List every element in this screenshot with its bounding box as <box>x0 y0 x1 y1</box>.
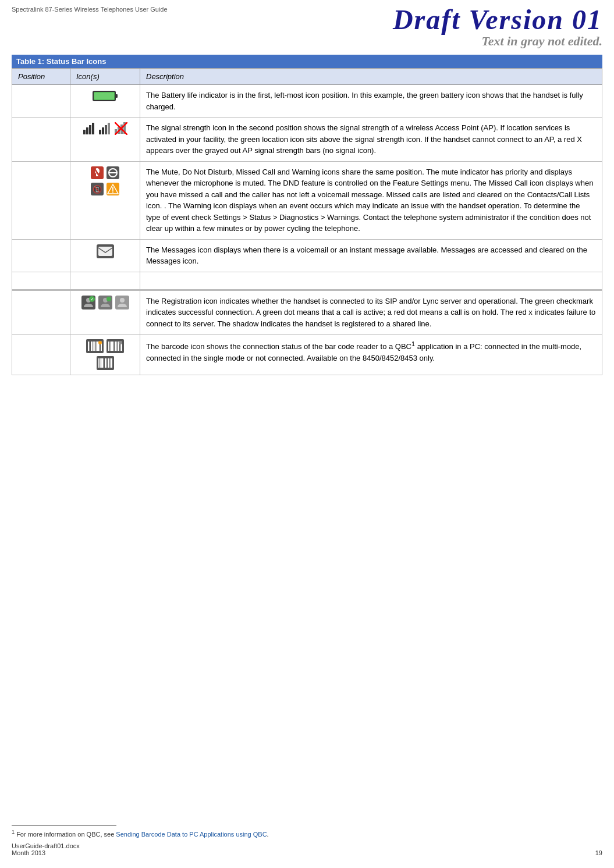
row-icon-message <box>70 239 140 272</box>
table-row: The barcode icon shows the connection st… <box>12 335 602 375</box>
svg-rect-68 <box>107 358 107 368</box>
row-position <box>12 239 70 272</box>
footnote: 1 For more information on QBC, see Sendi… <box>12 829 602 838</box>
page-header: Spectralink 87-Series Wireless Telephone… <box>0 0 614 52</box>
svg-rect-41 <box>88 341 89 351</box>
svg-rect-5 <box>89 125 91 134</box>
table-header-row: Position Icon(s) Description <box>12 69 602 85</box>
svg-rect-54 <box>111 341 113 351</box>
footnote-link[interactable]: Sending Barcode Data to PC Applications … <box>116 831 267 838</box>
svg-rect-42 <box>90 341 90 351</box>
svg-rect-7 <box>99 130 101 134</box>
svg-rect-70 <box>110 358 111 368</box>
svg-rect-30 <box>98 247 112 256</box>
row-position <box>12 290 70 335</box>
svg-point-61 <box>119 341 122 344</box>
row-position <box>12 161 70 239</box>
draft-watermark: Draft Version 01 Text in gray not edited… <box>168 6 602 49</box>
footer-left: UserGuide-draft01.docx Month 2013 <box>12 842 80 856</box>
row-icon-signal <box>70 118 140 162</box>
row-position <box>12 335 70 375</box>
svg-rect-53 <box>110 341 111 351</box>
footer-filename: UserGuide-draft01.docx <box>12 842 80 849</box>
svg-rect-8 <box>102 127 104 134</box>
table-row-empty <box>12 272 602 289</box>
row-desc-message: The Messages icon displays when there is… <box>140 239 602 272</box>
table-row: The Battery life indicator is in the fir… <box>12 85 602 118</box>
doc-title: Spectralink 87-Series Wireless Telephone… <box>12 6 168 13</box>
svg-rect-10 <box>108 123 110 134</box>
table-row: The Messages icon displays when there is… <box>12 239 602 272</box>
row-icon-barcode <box>70 335 140 375</box>
svg-rect-65 <box>101 358 103 368</box>
row-desc-battery: The Battery life indicator is in the fir… <box>140 85 602 118</box>
svg-rect-2 <box>94 93 114 99</box>
svg-rect-45 <box>94 341 95 351</box>
footer-bottom: UserGuide-draft01.docx Month 2013 19 <box>12 842 602 856</box>
draft-subtitle: Text in gray not edited. <box>179 34 602 49</box>
status-table: Position Icon(s) Description The Battery… <box>12 68 602 375</box>
svg-text:✓: ✓ <box>90 297 94 301</box>
row-position <box>12 85 70 118</box>
row-icon-mute: 📵 ! <box>70 161 140 239</box>
svg-rect-52 <box>108 341 109 351</box>
row-desc-registration: The Registration icon indicates whether … <box>140 290 602 335</box>
row-desc-mute: The Mute, Do Not Disturb, Missed Call an… <box>140 161 602 239</box>
svg-rect-3 <box>83 130 86 134</box>
footer-date: Month 2013 <box>12 849 80 856</box>
svg-point-37 <box>107 297 111 301</box>
row-position <box>12 118 70 162</box>
row-icon-battery <box>70 85 140 118</box>
svg-rect-1 <box>115 94 118 98</box>
svg-text:📵: 📵 <box>93 184 102 194</box>
svg-rect-71 <box>111 358 112 368</box>
svg-rect-6 <box>92 123 94 134</box>
table-row: The signal strength icon in the second p… <box>12 118 602 162</box>
svg-rect-46 <box>96 341 97 351</box>
svg-rect-56 <box>115 341 116 351</box>
col-header-position: Position <box>12 69 70 85</box>
row-desc-signal: The signal strength icon in the second p… <box>140 118 602 162</box>
col-header-icon: Icon(s) <box>70 69 140 85</box>
svg-rect-44 <box>93 341 94 351</box>
svg-rect-64 <box>100 358 101 368</box>
svg-rect-9 <box>105 125 107 134</box>
table-row: ✓ <box>12 290 602 335</box>
svg-rect-55 <box>113 341 114 351</box>
svg-rect-63 <box>98 358 100 368</box>
svg-rect-69 <box>108 358 109 368</box>
svg-point-50 <box>98 341 102 344</box>
svg-rect-57 <box>116 341 117 351</box>
page-footer: 1 For more information on QBC, see Sendi… <box>12 825 602 856</box>
row-icon-registration: ✓ <box>70 290 140 335</box>
row-desc-barcode: The barcode icon shows the connection st… <box>140 335 602 375</box>
footer-page: 19 <box>595 849 602 856</box>
col-header-description: Description <box>140 69 602 85</box>
svg-rect-43 <box>91 341 93 351</box>
svg-point-39 <box>120 298 125 303</box>
svg-rect-66 <box>104 358 104 368</box>
table-row: 📵 ! The Mute, Do Not Disturb, Missed Cal… <box>12 161 602 239</box>
main-content: Table 1: Status Bar Icons Position Icon(… <box>0 52 614 387</box>
footnote-divider <box>12 825 116 826</box>
table-title: Table 1: Status Bar Icons <box>12 55 602 68</box>
draft-title: Draft Version 01 <box>179 6 602 34</box>
svg-text:!: ! <box>112 186 114 194</box>
svg-rect-4 <box>86 127 88 134</box>
svg-rect-67 <box>105 358 106 368</box>
